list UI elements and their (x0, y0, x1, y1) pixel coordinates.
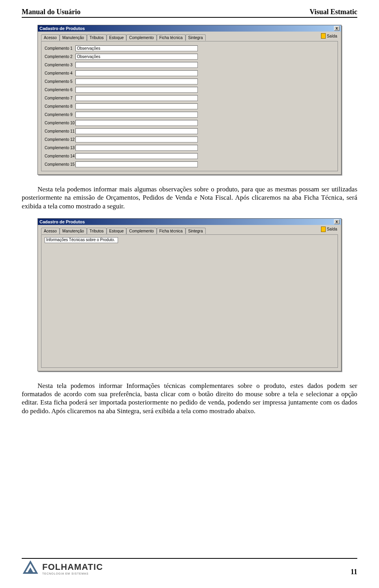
tab-tributos[interactable]: Tributos (87, 228, 107, 234)
document-footer: FOLHAMATIC TECNOLOGIA EM SISTEMAS 11 (22, 558, 357, 576)
logo: FOLHAMATIC TECNOLOGIA EM SISTEMAS (22, 560, 103, 576)
field-label: Complemento 2 (45, 54, 75, 59)
field-input[interactable] (75, 70, 198, 76)
saida-button[interactable]: Saída (321, 227, 337, 232)
field-label: Complemento 8 (45, 104, 75, 109)
logo-icon (22, 560, 39, 576)
saida-button[interactable]: Saída (321, 33, 337, 39)
close-icon[interactable]: x (334, 26, 340, 31)
field-row: Complemento 14 (45, 152, 334, 160)
tab-manutenção[interactable]: Manutenção (60, 34, 87, 41)
exit-icon (321, 33, 326, 39)
field-input[interactable] (75, 95, 198, 101)
field-label: Complemento 10 (45, 121, 75, 125)
field-label: Complemento 15 (45, 162, 75, 167)
tab-estoque[interactable]: Estoque (107, 228, 127, 234)
tab-tributos[interactable]: Tributos (87, 34, 107, 41)
field-label: Complemento 4 (45, 71, 75, 75)
titlebar: Cadastro de Produtos x (38, 25, 341, 32)
close-icon[interactable]: x (334, 219, 340, 224)
tab-acesso[interactable]: Acesso (41, 34, 60, 41)
field-row: Complemento 2Observações (45, 52, 334, 60)
tab-manutenção[interactable]: Manutenção (60, 228, 87, 234)
paragraph-2: Nesta tela podemos informar Informações … (22, 382, 357, 415)
ficha-input[interactable]: Informações Técnicas sobre o Produto. (45, 237, 118, 243)
field-input[interactable] (75, 120, 198, 126)
tab-sintegra[interactable]: Sintegra (186, 228, 206, 234)
field-row: Complemento 3 (45, 61, 334, 69)
field-label: Complemento 12 (45, 137, 75, 142)
tab-complemento[interactable]: Complemento (126, 228, 156, 234)
field-input[interactable] (75, 153, 198, 159)
field-row: Complemento 13 (45, 144, 334, 152)
header-left: Manual do Usuário (22, 8, 81, 16)
field-label: Complemento 9 (45, 112, 75, 117)
tab-acesso[interactable]: Acesso (41, 228, 60, 234)
field-row: Complemento 10 (45, 119, 334, 127)
field-input[interactable] (75, 87, 198, 93)
field-label: Complemento 3 (45, 63, 75, 67)
logo-brand: FOLHAMATIC (42, 562, 103, 572)
logo-tagline: TECNOLOGIA EM SISTEMAS (42, 572, 103, 575)
tabs: AcessoManutençãoTributosEstoqueComplemen… (41, 34, 338, 40)
field-row: Complemento 7 (45, 94, 334, 102)
field-row: Complemento 9 (45, 110, 334, 118)
tab-panel-complemento: Complemento 1ObservaçõesComplemento 2Obs… (41, 41, 338, 171)
field-row: Complemento 15 (45, 160, 334, 168)
field-label: Complemento 1 (45, 46, 75, 51)
tab-ficha-técnica[interactable]: Ficha técnica (157, 228, 186, 234)
field-input[interactable]: Observações (75, 45, 198, 51)
window-cadastro-complemento: Cadastro de Produtos x Saída AcessoManut… (38, 25, 341, 175)
tab-panel-ficha: Informações Técnicas sobre o Produto. (41, 234, 338, 368)
field-row: Complemento 4 (45, 69, 334, 77)
field-input[interactable] (75, 137, 198, 142)
header-right: Visual Estmatic (310, 8, 357, 16)
field-row: Complemento 8 (45, 102, 334, 110)
saida-label: Saída (327, 227, 337, 231)
field-input[interactable] (75, 161, 198, 167)
field-input[interactable] (75, 145, 198, 151)
field-row: Complemento 11 (45, 127, 334, 135)
field-input[interactable] (75, 103, 198, 109)
field-input[interactable]: Observações (75, 54, 198, 60)
exit-icon (321, 227, 326, 232)
window-title: Cadastro de Produtos (39, 26, 85, 31)
tab-estoque[interactable]: Estoque (107, 34, 127, 41)
field-label: Complemento 5 (45, 79, 75, 84)
field-row: Complemento 6 (45, 86, 334, 94)
tab-complemento[interactable]: Complemento (126, 34, 156, 41)
field-input[interactable] (75, 79, 198, 84)
field-label: Complemento 13 (45, 146, 75, 150)
field-label: Complemento 11 (45, 129, 75, 133)
saida-label: Saída (327, 34, 337, 38)
field-row: Complemento 1Observações (45, 44, 334, 52)
window-cadastro-ficha: Cadastro de Produtos x Saída AcessoManut… (38, 218, 341, 371)
field-row: Complemento 12 (45, 135, 334, 143)
field-row: Complemento 5 (45, 77, 334, 85)
window-title: Cadastro de Produtos (39, 219, 85, 224)
field-input[interactable] (75, 112, 198, 118)
document-header: Manual do Usuário Visual Estmatic (22, 0, 357, 18)
field-label: Complemento 7 (45, 96, 75, 100)
titlebar: Cadastro de Produtos x (38, 219, 341, 225)
field-label: Complemento 6 (45, 88, 75, 92)
field-input[interactable] (75, 128, 198, 134)
tab-sintegra[interactable]: Sintegra (186, 34, 206, 41)
tab-ficha-técnica[interactable]: Ficha técnica (157, 34, 186, 41)
field-input[interactable] (75, 62, 198, 68)
page-number: 11 (351, 568, 357, 576)
field-label: Complemento 14 (45, 154, 75, 158)
tabs: AcessoManutençãoTributosEstoqueComplemen… (41, 227, 338, 234)
paragraph-1: Nesta tela podemos informar mais algumas… (22, 185, 357, 210)
